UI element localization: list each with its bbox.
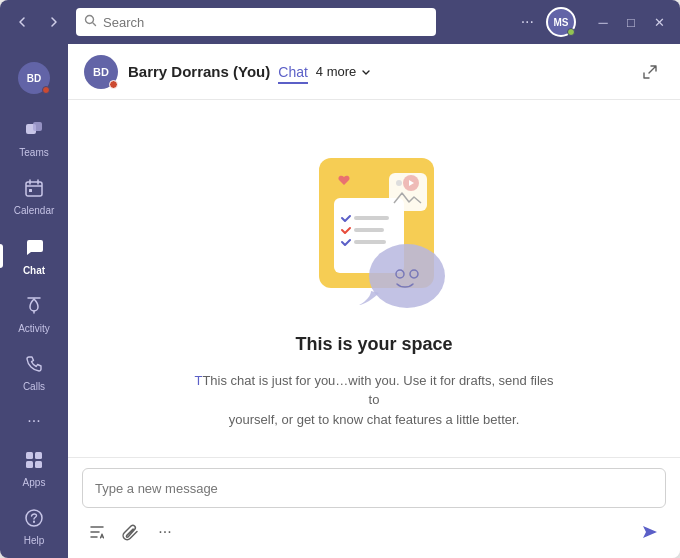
svg-point-19: [369, 244, 445, 308]
chat-tab-label[interactable]: Chat: [278, 64, 308, 84]
sidebar-label-apps: Apps: [23, 477, 46, 488]
title-bar-right: ··· MS ─ □ ✕: [515, 7, 672, 37]
sidebar-item-calendar[interactable]: Calendar: [0, 168, 68, 226]
minimize-button[interactable]: ─: [590, 9, 616, 35]
chat-area: BD Barry Dorrans (You) Chat 4 more: [68, 44, 680, 558]
svg-rect-7: [35, 452, 42, 459]
maximize-button[interactable]: □: [618, 9, 644, 35]
sidebar-label-help: Help: [24, 535, 45, 546]
search-icon: [84, 14, 97, 30]
svg-rect-8: [26, 461, 33, 468]
svg-point-17: [396, 180, 402, 186]
svg-rect-14: [354, 228, 384, 232]
sidebar-label-activity: Activity: [18, 323, 50, 334]
svg-rect-6: [26, 452, 33, 459]
sidebar-item-teams[interactable]: Teams: [0, 108, 68, 168]
forward-button[interactable]: [40, 8, 68, 36]
header-user-name: Barry Dorrans (You): [128, 63, 270, 80]
chat-desc-part2: yourself, or get to know chat features a…: [229, 412, 520, 427]
sidebar-status-dot: [42, 86, 50, 94]
header-avatar-initials: BD: [93, 66, 109, 78]
avatar: MS: [546, 7, 576, 37]
sidebar-avatar: BD: [18, 62, 50, 94]
message-input[interactable]: [95, 481, 653, 496]
avatar-initials: MS: [554, 17, 569, 28]
sidebar-avatar-initials: BD: [27, 73, 41, 84]
svg-rect-4: [29, 189, 32, 192]
sidebar-item-apps[interactable]: Apps: [0, 440, 68, 498]
svg-point-0: [86, 16, 94, 24]
sidebar-item-calls[interactable]: Calls: [0, 344, 68, 402]
close-button[interactable]: ✕: [646, 9, 672, 35]
activity-icon: [24, 296, 44, 319]
chat-space-title: This is your space: [295, 334, 452, 355]
footer-toolbar-left: ···: [82, 517, 180, 547]
main-area: BD Teams: [0, 44, 680, 558]
attach-button[interactable]: [116, 517, 146, 547]
app-window: ··· MS ─ □ ✕ BD: [0, 0, 680, 558]
teams-icon: [23, 118, 45, 143]
search-bar[interactable]: [76, 8, 436, 36]
more-tabs-button[interactable]: 4 more: [316, 64, 372, 79]
online-indicator: [567, 28, 575, 36]
sidebar-label-calls: Calls: [23, 381, 45, 392]
svg-rect-15: [354, 240, 386, 244]
more-tabs-label: 4 more: [316, 64, 356, 79]
expand-button[interactable]: [636, 58, 664, 86]
sidebar-label-calendar: Calendar: [14, 205, 55, 216]
search-input[interactable]: [103, 15, 428, 30]
apps-icon: [24, 450, 44, 473]
sidebar-item-help[interactable]: Help: [0, 498, 68, 556]
more-options-button[interactable]: ···: [150, 517, 180, 547]
chat-description: TThis chat is just for you…with you. Use…: [194, 371, 554, 430]
format-button[interactable]: [82, 517, 112, 547]
svg-rect-9: [35, 461, 42, 468]
send-button[interactable]: [634, 516, 666, 548]
header-status-dot: [109, 80, 118, 89]
chat-body: This is your space TThis chat is just fo…: [68, 100, 680, 457]
chat-tab-container: Chat: [278, 63, 308, 81]
svg-rect-13: [354, 216, 389, 220]
sidebar-more-button[interactable]: ···: [0, 402, 68, 440]
chat-header: BD Barry Dorrans (You) Chat 4 more: [68, 44, 680, 100]
more-dots-label: ···: [158, 523, 171, 541]
header-avatar: BD: [84, 55, 118, 89]
sidebar-label-teams: Teams: [19, 147, 48, 158]
sidebar-label-chat: Chat: [23, 265, 45, 276]
chat-icon: [23, 236, 45, 261]
chat-footer: ···: [68, 457, 680, 558]
message-input-wrap[interactable]: [82, 468, 666, 508]
sidebar-item-chat[interactable]: Chat: [0, 226, 68, 286]
nav-buttons: [8, 8, 68, 36]
chat-desc-part1: TThis chat is just for you…with you. Use…: [194, 373, 553, 408]
title-bar: ··· MS ─ □ ✕: [0, 0, 680, 44]
footer-toolbar: ···: [82, 516, 666, 548]
back-button[interactable]: [8, 8, 36, 36]
illustration: [279, 128, 469, 318]
sidebar-item-profile[interactable]: BD: [0, 52, 68, 108]
svg-rect-3: [26, 182, 42, 196]
sidebar: BD Teams: [0, 44, 68, 558]
svg-rect-2: [33, 122, 42, 131]
titlebar-more-button[interactable]: ···: [515, 9, 540, 35]
calendar-icon: [24, 178, 44, 201]
help-icon: [24, 508, 44, 531]
calls-icon: [24, 354, 44, 377]
window-controls: ─ □ ✕: [590, 9, 672, 35]
sidebar-item-activity[interactable]: Activity: [0, 286, 68, 344]
